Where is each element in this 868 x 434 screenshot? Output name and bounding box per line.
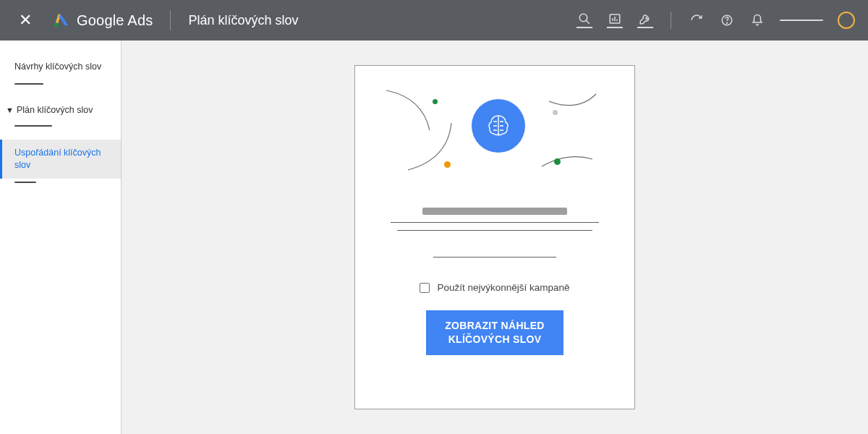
- dot-green: [433, 99, 438, 104]
- text-placeholder-line: [433, 257, 556, 258]
- brand-logo[interactable]: Google Ads: [54, 12, 153, 29]
- sidebar-stub: [14, 182, 36, 183]
- organize-keywords-card: Použít nejvýkonnější kampaně ZOBRAZIT NÁ…: [354, 65, 635, 409]
- dot-orange: [444, 161, 451, 168]
- sidebar-stub: [14, 125, 52, 127]
- dot-green-2: [554, 158, 561, 165]
- main-content: Použít nejvýkonnější kampaně ZOBRAZIT NÁ…: [122, 41, 868, 434]
- svg-line-2: [586, 20, 590, 24]
- app-header: ✕ Google Ads Plán klíčových slov: [0, 0, 868, 41]
- sidebar-item-keyword-organization[interactable]: Uspořádání klíčových slov: [0, 140, 121, 179]
- caret-down-icon: ▼: [6, 106, 14, 114]
- text-placeholder-title: [422, 208, 567, 215]
- google-ads-logo-icon: [54, 12, 69, 28]
- sidebar-item-keyword-plan[interactable]: ▼ Plán klíčových slov: [0, 98, 121, 122]
- text-placeholder-line: [397, 230, 592, 231]
- search-icon[interactable]: [576, 12, 592, 28]
- use-top-campaigns-checkbox[interactable]: Použít nejvýkonnější kampaně: [420, 282, 569, 293]
- svg-point-8: [727, 22, 728, 23]
- account-placeholder[interactable]: [780, 20, 823, 21]
- header-divider-2: [671, 12, 671, 29]
- cta-label: ZOBRAZIT NÁHLEDKLÍČOVÝCH SLOV: [445, 320, 545, 345]
- sidebar-item-keyword-ideas[interactable]: Návrhy klíčových slov: [0, 54, 121, 80]
- sidebar: Návrhy klíčových slov ▼ Plán klíčových s…: [0, 41, 122, 434]
- refresh-icon[interactable]: [689, 12, 705, 28]
- tools-icon[interactable]: [637, 12, 653, 28]
- dot-grey: [553, 110, 558, 115]
- svg-point-0: [54, 22, 59, 27]
- app-body: Návrhy klíčových slov ▼ Plán klíčových s…: [0, 41, 868, 434]
- reports-icon[interactable]: [607, 12, 623, 28]
- page-title: Plán klíčových slov: [188, 13, 298, 28]
- checkbox-label: Použít nejvýkonnější kampaně: [437, 282, 569, 293]
- card-illustration: [379, 83, 610, 192]
- svg-point-1: [579, 14, 587, 22]
- close-icon[interactable]: ✕: [13, 8, 38, 33]
- profile-avatar[interactable]: [838, 12, 855, 29]
- notifications-icon[interactable]: [749, 12, 765, 28]
- sidebar-item-label: Plán klíčových slov: [17, 105, 93, 115]
- checkbox-box-icon: [420, 283, 430, 293]
- sidebar-stub: [14, 83, 43, 85]
- brand-name: Google Ads: [77, 12, 153, 29]
- header-actions: [576, 12, 855, 29]
- preview-keywords-button[interactable]: ZOBRAZIT NÁHLEDKLÍČOVÝCH SLOV: [426, 310, 563, 355]
- help-icon[interactable]: [719, 12, 735, 28]
- brain-icon: [472, 99, 525, 153]
- text-placeholder-line: [391, 222, 599, 223]
- header-divider: [170, 10, 171, 30]
